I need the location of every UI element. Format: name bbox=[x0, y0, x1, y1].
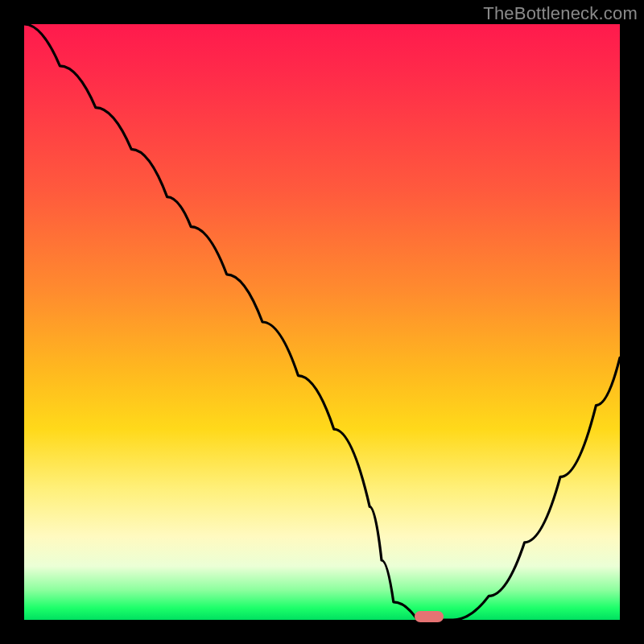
bottleneck-curve bbox=[24, 24, 620, 620]
optimal-point-marker bbox=[415, 611, 444, 622]
watermark-text: TheBottleneck.com bbox=[483, 3, 638, 24]
chart-frame: TheBottleneck.com bbox=[0, 0, 644, 644]
plot-area bbox=[24, 24, 620, 620]
curve-path bbox=[24, 24, 620, 620]
